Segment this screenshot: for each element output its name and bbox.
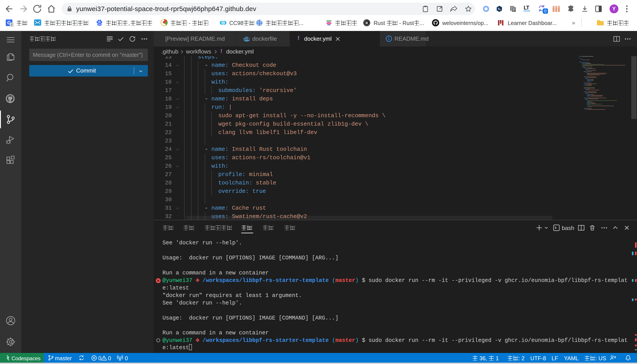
svg-text:98: 98: [221, 21, 225, 25]
svg-text:du: du: [98, 23, 101, 26]
svg-text:R: R: [366, 21, 368, 25]
